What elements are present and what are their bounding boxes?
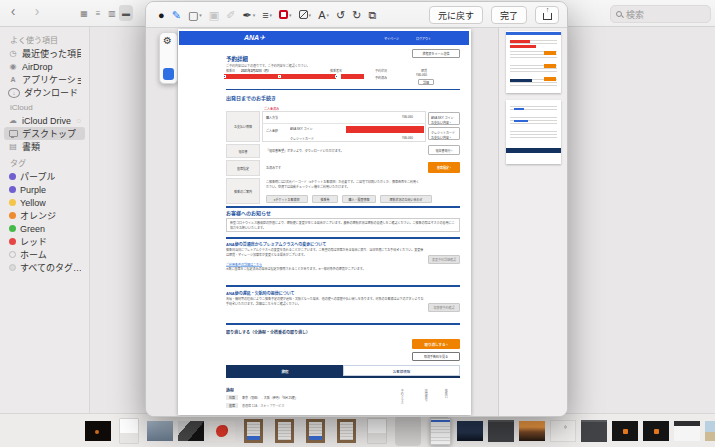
file-thumbnail-10[interactable]	[364, 416, 390, 446]
file-thumbnail-3[interactable]	[147, 416, 173, 446]
file-thumbnail-image	[550, 420, 576, 442]
done-button[interactable]: 完了	[491, 6, 527, 24]
page-thumbnail-pane	[499, 28, 567, 416]
highlight-tool-icon[interactable]: ✐	[226, 6, 235, 24]
file-thumbnail-21[interactable]	[705, 416, 715, 446]
file-thumbnail-19[interactable]	[643, 416, 669, 446]
border-color-tool-icon[interactable]: ▾	[279, 6, 292, 24]
tag-color-dot	[9, 225, 16, 232]
view-icons-button[interactable]: ▦	[77, 5, 91, 21]
share-button[interactable]	[535, 6, 559, 24]
blue-color-swatch[interactable]	[163, 68, 174, 80]
file-thumbnail-image	[705, 421, 715, 441]
file-thumbnail-2[interactable]	[116, 416, 142, 446]
sidebar-tag-green[interactable]: Green	[4, 222, 85, 235]
payment-label-cell: お支払い情報	[226, 111, 260, 142]
sidebar-item-documents[interactable]: 書類	[4, 140, 85, 153]
itinerary-title: 旅程	[226, 387, 234, 393]
view-gallery-button[interactable]: ▬	[119, 5, 133, 21]
file-thumbnail-1[interactable]	[85, 416, 111, 446]
search-input[interactable]: 検索	[610, 5, 711, 23]
file-thumbnail-16[interactable]	[550, 416, 576, 446]
file-thumbnail-8[interactable]	[302, 416, 328, 446]
annotation-handle-right[interactable]	[335, 75, 338, 78]
sidebar-tag-red[interactable]: レッド	[4, 235, 85, 248]
file-thumbnail-image	[367, 418, 387, 444]
signature-tool-icon[interactable]: ✒ ▾	[242, 6, 255, 24]
sidebar-item-airdrop[interactable]: AirDrop	[4, 60, 85, 73]
file-thumbnail-15[interactable]	[519, 416, 545, 446]
sidebar-item-desktop[interactable]: デスクトップ	[4, 127, 85, 140]
premium-notes: ※既に座席をご指定済みの場合は指定が解除されることがあります。※一部対象外の運賃…	[226, 267, 424, 271]
file-thumbnail-14[interactable]	[488, 416, 514, 446]
reservation-intro: ご予約内容は以下の通りです。ご予約内容をご確認ください。	[226, 63, 310, 68]
rotate-right-tool-icon[interactable]: ↻	[352, 6, 361, 24]
sidebar-tag-all-tags[interactable]: すべてのタグ…	[4, 261, 85, 274]
gear-icon[interactable]: ⚙	[163, 35, 172, 46]
sidebar-tag-purple-ja[interactable]: パープル	[4, 170, 85, 183]
marker-tool-icon[interactable]: ●	[158, 6, 165, 24]
sidebar-item-icon	[8, 116, 18, 126]
view-columns-button[interactable]: ▥	[105, 5, 119, 21]
itinerary-row2-text: 普通席 12A／スキップサービス	[242, 403, 284, 408]
section-divider	[226, 206, 460, 208]
redaction-annotation-3[interactable]	[346, 126, 424, 133]
text-box-tool-icon[interactable]: ▣	[209, 6, 219, 24]
sketch-pencil-tool-icon[interactable]: ✎	[172, 6, 181, 24]
file-thumbnail-image	[209, 421, 235, 441]
page-thumbnail-1[interactable]	[506, 31, 561, 93]
revert-button[interactable]: 元に戻す	[429, 6, 483, 24]
file-thumbnail-11-selected[interactable]	[395, 416, 421, 446]
premium-link: ご利用条件の詳細はこちら	[226, 262, 262, 267]
pay-row1-name: ANA SKY コイン	[290, 126, 313, 131]
sidebar-tag-home[interactable]: ホーム	[4, 248, 85, 261]
sidebar-item-icon	[8, 62, 18, 72]
file-thumbnail-image	[147, 421, 173, 441]
file-thumbnail-4[interactable]	[178, 416, 204, 446]
crop-tool-icon[interactable]: ⧉	[368, 6, 376, 24]
line-weight-tool-icon[interactable]: ≡ ▾	[262, 6, 272, 24]
shapes-tool-icon[interactable]: ▢ ▾	[188, 6, 202, 24]
thumb-orange-button	[544, 51, 556, 55]
sidebar-tag-purple[interactable]: Purple	[4, 183, 85, 196]
forward-button[interactable]: ›	[30, 3, 44, 19]
annotation-handle-center[interactable]	[278, 75, 281, 78]
view-list-button[interactable]: ≡	[91, 5, 105, 21]
table-rule	[262, 123, 426, 124]
fare-detail-button: 詳細	[418, 79, 434, 85]
page-thumbnail-2[interactable]	[506, 100, 561, 164]
cancel-button: 取り消しする ›	[412, 339, 460, 349]
file-thumbnail-5[interactable]	[209, 416, 235, 446]
file-thumbnail-6[interactable]	[240, 416, 266, 446]
chevron-down-icon: ▾	[270, 12, 273, 18]
back-button[interactable]: ‹	[6, 3, 20, 19]
sidebar-section-favorites: よく使う項目	[0, 30, 89, 47]
file-thumbnail-17[interactable]	[581, 416, 607, 446]
sidebar-item-recents[interactable]: 最近使った項目	[4, 47, 85, 60]
section-divider	[226, 237, 460, 239]
sidebar-item-icloud-drive[interactable]: iCloud Drive ◌	[4, 114, 85, 127]
redaction-annotation-2[interactable]	[341, 74, 364, 80]
cancel-fee-button: 取消手数料を見る	[412, 352, 460, 361]
file-thumbnail-image	[275, 419, 294, 443]
file-thumbnail-18[interactable]	[612, 416, 638, 446]
text-style-tool-icon[interactable]: A ▾	[318, 6, 329, 24]
sync-progress-icon: ◌	[76, 116, 81, 125]
annotation-handle-left[interactable]	[223, 75, 226, 78]
seat-select-button: 座席指定 ›	[428, 162, 460, 173]
sidebar-tag-label: オレンジ	[20, 209, 56, 222]
itinerary-row1-text: 東京（羽田）→ 大阪（伊丹）「NH 25便」	[242, 395, 298, 400]
sidebar-item-downloads[interactable]: ダウンロード	[4, 86, 85, 99]
notice-body: 新型コロナウイルス感染症の影響により、運航便に変更が生じる場合がございます。最新…	[230, 221, 456, 230]
file-thumbnail-9[interactable]	[333, 416, 359, 446]
sidebar-tag-yellow[interactable]: Yellow	[4, 196, 85, 209]
rotate-left-tool-icon[interactable]: ↺	[336, 6, 345, 24]
file-thumbnail-7[interactable]	[271, 416, 297, 446]
purchase-history-button: 購入・履歴情報	[342, 195, 376, 203]
sidebar-tag-label: ホーム	[20, 248, 47, 261]
file-thumbnail-13[interactable]	[457, 416, 483, 446]
sidebar-item-applications[interactable]: アプリケーション	[4, 73, 85, 86]
file-thumbnail-20[interactable]	[674, 416, 700, 446]
fill-color-tool-icon[interactable]: ▾	[299, 6, 312, 24]
sidebar-tag-orange[interactable]: オレンジ	[4, 209, 85, 222]
